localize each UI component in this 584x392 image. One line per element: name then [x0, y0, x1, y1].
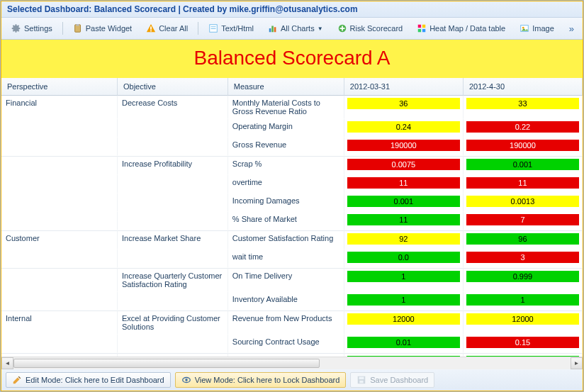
view-mode-button[interactable]: View Mode: Click here to Lock Dashboard [175, 372, 347, 388]
clear-all-button[interactable]: Clear All [140, 21, 193, 36]
cell-value-2: 33 [464, 96, 583, 119]
paste-widget-button[interactable]: Paste Widget [67, 21, 137, 36]
col-objective[interactable]: Objective [118, 78, 228, 96]
column-header-row: Perspective Objective Measure 2012-03-31… [1, 78, 583, 96]
cell-value-1: 12000 [344, 311, 464, 335]
metric-pill: 0.999 [466, 271, 579, 282]
scroll-right-button[interactable]: ► [571, 357, 583, 369]
metric-pill: 11 [347, 177, 460, 189]
cell-perspective [1, 250, 118, 268]
pencil-icon [12, 375, 22, 385]
cell-value-1: 11 [344, 175, 464, 194]
metric-pill: 0.0013 [466, 196, 579, 207]
save-dashboard-button[interactable]: Save Dashboard [350, 372, 434, 388]
svg-rect-6 [211, 28, 216, 29]
cell-value-2: 7 [464, 212, 583, 230]
svg-rect-1 [76, 24, 79, 26]
toolbar-overflow-button[interactable]: » [565, 23, 578, 34]
cell-value-1: 92 [344, 231, 464, 250]
eye-icon [181, 375, 191, 385]
cell-value-1: 0.001 [344, 194, 464, 212]
metric-pill: 0.001 [466, 159, 579, 170]
table-row[interactable]: Inventory Available11 [1, 292, 583, 310]
cell-measure: Operating Margin [228, 119, 344, 138]
save-dashboard-label: Save Dashboard [370, 376, 428, 384]
settings-label: Settings [24, 24, 52, 33]
cell-perspective [1, 138, 118, 156]
grid-icon [417, 23, 427, 33]
svg-rect-22 [359, 377, 364, 380]
cell-perspective [1, 119, 118, 138]
table-row[interactable]: Gross Revenue190000190000 [1, 138, 583, 156]
table-row[interactable]: Incoming Damages0.0010.0013 [1, 194, 583, 212]
cell-objective [118, 292, 228, 310]
cell-value-2: 0.999 [464, 269, 583, 292]
table-row[interactable]: Sourcing Contract Usage0.010.15 [1, 335, 583, 353]
all-charts-label: All Charts [281, 24, 315, 33]
risk-scorecard-label: Risk Scorecard [350, 24, 403, 33]
svg-point-18 [522, 27, 524, 29]
col-perspective[interactable]: Perspective [1, 78, 118, 96]
table-row[interactable]: Operating Margin0.240.22 [1, 119, 583, 138]
col-date-2[interactable]: 2012-4-30 [464, 78, 583, 96]
metric-pill: 1 [347, 294, 460, 306]
table-row[interactable]: CustomerIncrease Market ShareCustomer Sa… [1, 231, 583, 250]
metric-pill: 0.24 [347, 121, 460, 133]
text-html-label: Text/Html [221, 24, 254, 33]
cell-value-1: 1 [344, 269, 464, 292]
scroll-thumb[interactable] [13, 359, 320, 368]
cell-objective [118, 335, 228, 353]
cell-value-1: 190000 [344, 138, 464, 156]
table-row[interactable]: InternalExcel at Providing Customer Solu… [1, 311, 583, 335]
svg-point-20 [185, 379, 188, 381]
heat-map-label: Heat Map / Data table [429, 24, 505, 33]
col-measure[interactable]: Measure [228, 78, 344, 96]
metric-pill: 36 [347, 98, 460, 109]
table-row[interactable]: Increase ProfitabilityScrap %0.00750.001 [1, 157, 583, 175]
svg-rect-16 [422, 29, 425, 32]
svg-rect-23 [360, 381, 364, 383]
cell-measure: Revenue from New Products [228, 311, 344, 335]
metric-pill: 0.001 [347, 196, 460, 207]
risk-scorecard-button[interactable]: Risk Scorecard [332, 21, 409, 36]
view-mode-label: View Mode: Click here to Lock Dashboard [195, 376, 340, 384]
table-row[interactable]: overtime1111 [1, 175, 583, 194]
all-charts-button[interactable]: All Charts ▼ [262, 21, 329, 36]
svg-rect-14 [422, 25, 425, 28]
cell-objective [118, 119, 228, 138]
cell-value-1: 1 [344, 292, 464, 310]
text-html-button[interactable]: Text/Html [203, 21, 259, 36]
cell-perspective: Customer [1, 231, 118, 250]
cell-measure: Scrap % [228, 157, 344, 175]
col-date-1[interactable]: 2012-03-31 [344, 78, 464, 96]
svg-rect-9 [274, 27, 276, 32]
table-row[interactable]: wait time0.03 [1, 250, 583, 268]
table-row[interactable]: Increase Quarterly Customer Satisfaction… [1, 269, 583, 292]
edit-mode-button[interactable]: Edit Mode: Click here to Edit Dashboard [6, 372, 171, 388]
metric-pill: 12000 [347, 313, 460, 325]
cell-objective: Increase Quarterly Customer Satisfaction… [118, 269, 228, 292]
metric-pill: 7 [466, 214, 579, 225]
metric-pill: 0.15 [466, 337, 579, 348]
horizontal-scrollbar[interactable]: ◄ ► [1, 357, 583, 369]
save-icon [356, 375, 366, 385]
cell-objective: Increase Market Share [118, 231, 228, 250]
metric-pill: 11 [347, 214, 460, 225]
cell-value-1: 11 [344, 212, 464, 230]
cell-value-2: 1 [464, 292, 583, 310]
table-row[interactable]: % Share of Market117 [1, 212, 583, 230]
cell-value-2: 0.0013 [464, 194, 583, 212]
cell-value-2: 190000 [464, 138, 583, 156]
settings-button[interactable]: Settings [6, 21, 58, 36]
scroll-left-button[interactable]: ◄ [1, 357, 13, 369]
window-titlebar: Selected Dashboard: Balanced Scorecard |… [1, 1, 583, 18]
clipboard-icon [73, 23, 83, 33]
image-button[interactable]: Image [514, 21, 560, 36]
svg-rect-12 [339, 28, 344, 29]
heat-map-button[interactable]: Heat Map / Data table [411, 21, 511, 36]
svg-rect-15 [418, 29, 421, 32]
cell-perspective [1, 212, 118, 230]
warning-icon [146, 23, 156, 33]
table-row[interactable]: FinancialDecrease CostsMonthly Material … [1, 96, 583, 119]
cell-measure: overtime [228, 175, 344, 194]
